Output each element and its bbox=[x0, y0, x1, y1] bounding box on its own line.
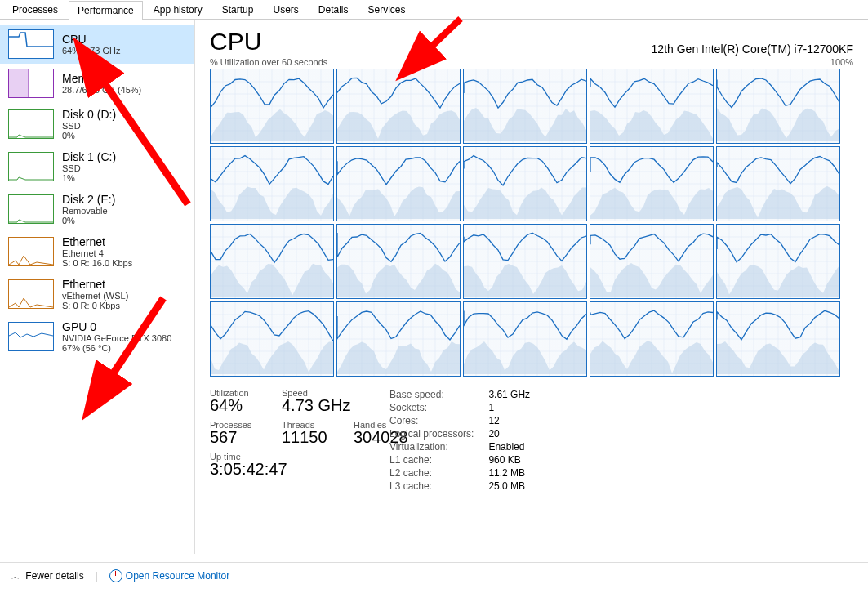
cpu-core-graph bbox=[336, 69, 461, 144]
cpu-core-graph bbox=[590, 69, 714, 144]
cpu-core-graph bbox=[336, 301, 461, 377]
detail-value: 11.2 MB bbox=[488, 466, 545, 480]
sidebar-sub1: 64% 4.73 GHz bbox=[62, 46, 121, 56]
uptime-value: 3:05:42:47 bbox=[210, 460, 389, 479]
sidebar-item-memory[interactable]: Memory28.7/63.8 GB (45%) bbox=[0, 64, 194, 103]
cpu-core-graph bbox=[210, 69, 334, 144]
detail-key: Logical processors: bbox=[389, 427, 488, 440]
detail-key: L2 cache: bbox=[389, 466, 488, 480]
detail-value: 960 KB bbox=[488, 453, 545, 466]
sidebar-sub1: SSD bbox=[62, 163, 116, 173]
sidebar-sub2: 67% (56 °C) bbox=[62, 343, 171, 353]
tab-performance[interactable]: Performance bbox=[69, 1, 143, 20]
detail-key: L3 cache: bbox=[389, 480, 488, 493]
tab-startup[interactable]: Startup bbox=[213, 0, 263, 19]
page-title: CPU bbox=[210, 28, 261, 56]
cpu-details-table: Base speed:3.61 GHzSockets:1Cores:12Logi… bbox=[389, 388, 545, 493]
sidebar-sub2: S: 0 R: 16.0 Kbps bbox=[62, 258, 132, 268]
sidebar-item-disk-2-e-[interactable]: Disk 2 (E:)Removable0% bbox=[0, 188, 194, 230]
cpu-core-graph bbox=[716, 69, 840, 144]
main-panel: CPU 12th Gen Intel(R) Core(TM) i7-12700K… bbox=[195, 20, 868, 554]
sidebar-title: Ethernet bbox=[62, 235, 132, 248]
cpu-core-graph bbox=[716, 301, 840, 377]
sidebar-sub2: 0% bbox=[62, 131, 116, 141]
cpu-core-graph bbox=[336, 224, 461, 299]
processes-value: 567 bbox=[210, 428, 267, 447]
svg-rect-0 bbox=[9, 69, 29, 97]
separator: | bbox=[96, 570, 98, 582]
tab-services[interactable]: Services bbox=[359, 0, 415, 19]
cpu-core-graph bbox=[590, 224, 714, 299]
util-value: 64% bbox=[210, 396, 267, 415]
cpu-core-graph bbox=[210, 224, 334, 299]
speed-value: 4.73 GHz bbox=[282, 396, 350, 415]
graph-caption-right: 100% bbox=[830, 57, 853, 67]
chevron-up-icon: ︿ bbox=[11, 572, 20, 581]
sidebar-title: Disk 1 (C:) bbox=[62, 150, 116, 163]
mem-thumb-icon bbox=[8, 69, 54, 98]
detail-value: 12 bbox=[488, 414, 545, 427]
cpu-core-graph bbox=[210, 301, 334, 377]
detail-row: L3 cache:25.0 MB bbox=[389, 480, 545, 493]
sidebar-sub1: NVIDIA GeForce RTX 3080 bbox=[62, 333, 171, 343]
cpu-core-graph bbox=[463, 69, 587, 144]
disk-thumb-icon bbox=[8, 109, 54, 139]
sidebar-title: Disk 0 (D:) bbox=[62, 108, 116, 121]
detail-row: L1 cache:960 KB bbox=[389, 453, 545, 466]
resource-monitor-icon bbox=[109, 569, 122, 582]
open-resource-monitor-link[interactable]: Open Resource Monitor bbox=[109, 569, 229, 582]
sidebar-item-disk-1-c-[interactable]: Disk 1 (C:)SSD1% bbox=[0, 145, 194, 188]
graph-caption-left: % Utilization over 60 seconds bbox=[210, 57, 327, 67]
detail-key: Cores: bbox=[389, 414, 488, 427]
cpu-core-graph bbox=[210, 146, 334, 221]
cpu-core-graph bbox=[716, 146, 840, 221]
cpu-core-graph bbox=[590, 146, 714, 221]
tab-details[interactable]: Details bbox=[309, 0, 358, 19]
gpu-thumb-icon bbox=[8, 322, 54, 351]
sidebar-item-cpu[interactable]: CPU64% 4.73 GHz bbox=[0, 25, 194, 64]
sidebar-sub1: vEthernet (WSL) bbox=[62, 291, 128, 301]
detail-row: Cores:12 bbox=[389, 414, 545, 427]
footer: ︿ Fewer details | Open Resource Monitor bbox=[0, 562, 868, 589]
sidebar-sub2: 0% bbox=[62, 216, 115, 225]
cpu-core-grid bbox=[210, 69, 853, 377]
sidebar-sub1: Ethernet 4 bbox=[62, 248, 132, 258]
threads-value: 11150 bbox=[282, 428, 339, 447]
fewer-details-label: Fewer details bbox=[25, 570, 83, 582]
cpu-model: 12th Gen Intel(R) Core(TM) i7-12700KF bbox=[652, 42, 853, 56]
detail-row: Virtualization:Enabled bbox=[389, 440, 545, 453]
cpu-core-graph bbox=[716, 224, 840, 299]
sidebar-title: Disk 2 (E:) bbox=[62, 193, 115, 206]
sidebar-sub2: S: 0 R: 0 Kbps bbox=[62, 301, 128, 310]
sidebar-title: CPU bbox=[62, 33, 121, 46]
fewer-details-button[interactable]: ︿ Fewer details bbox=[11, 570, 84, 582]
tab-app-history[interactable]: App history bbox=[145, 0, 211, 19]
sidebar-sub1: Removable bbox=[62, 206, 115, 216]
tab-processes[interactable]: Processes bbox=[3, 0, 67, 19]
detail-key: Base speed: bbox=[389, 388, 488, 401]
sidebar-sub2: 1% bbox=[62, 173, 116, 183]
sidebar-item-ethernet[interactable]: EthernetvEthernet (WSL)S: 0 R: 0 Kbps bbox=[0, 273, 194, 315]
cpu-core-graph bbox=[463, 301, 587, 377]
sidebar-item-ethernet[interactable]: EthernetEthernet 4S: 0 R: 16.0 Kbps bbox=[0, 230, 194, 273]
sidebar-sub1: SSD bbox=[62, 121, 116, 131]
detail-row: Base speed:3.61 GHz bbox=[389, 388, 545, 401]
sidebar-item-gpu-0[interactable]: GPU 0NVIDIA GeForce RTX 308067% (56 °C) bbox=[0, 315, 194, 358]
detail-key: Sockets: bbox=[389, 401, 488, 414]
detail-row: Logical processors:20 bbox=[389, 427, 545, 440]
perf-sidebar: CPU64% 4.73 GHzMemory28.7/63.8 GB (45%)D… bbox=[0, 20, 195, 554]
detail-value: 3.61 GHz bbox=[488, 388, 545, 401]
resource-monitor-label: Open Resource Monitor bbox=[126, 570, 229, 582]
detail-value: 20 bbox=[488, 427, 545, 440]
detail-value: 1 bbox=[488, 401, 545, 414]
disk-thumb-icon bbox=[8, 152, 54, 181]
cpu-core-graph bbox=[336, 146, 461, 221]
eth-thumb-icon bbox=[8, 237, 54, 266]
cpu-core-graph bbox=[463, 146, 587, 221]
disk-thumb-icon bbox=[8, 194, 54, 224]
detail-value: 25.0 MB bbox=[488, 480, 545, 493]
sidebar-item-disk-0-d-[interactable]: Disk 0 (D:)SSD0% bbox=[0, 103, 194, 145]
tab-users[interactable]: Users bbox=[264, 0, 307, 19]
cpu-thumb-icon bbox=[8, 29, 54, 59]
detail-value: Enabled bbox=[488, 440, 545, 453]
